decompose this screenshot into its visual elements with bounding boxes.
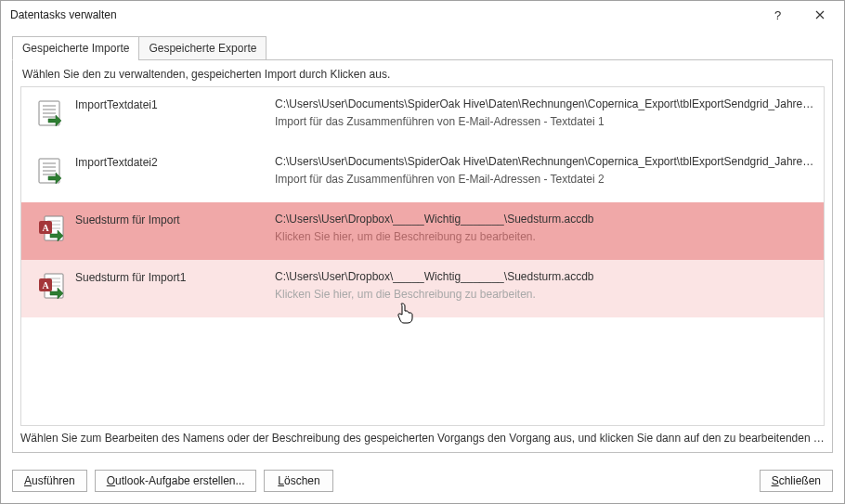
instruction-text: Wählen Sie den zu verwaltenden, gespeich… [22, 68, 825, 81]
item-details: C:\Users\User\Dropbox\_____Wichtig______… [275, 269, 816, 304]
item-path: C:\Users\User\Documents\SpiderOak Hive\D… [275, 154, 816, 170]
item-name: Suedsturm für Import [75, 212, 275, 226]
item-details: C:\Users\User\Documents\SpiderOak Hive\D… [275, 154, 816, 188]
tab-saved-exports[interactable]: Gespeicherte Exporte [138, 36, 266, 60]
list-item[interactable]: A Suedsturm für Import C:\Users\User\Dro… [21, 202, 824, 260]
tab-panel: Wählen Sie den zu verwaltenden, gespeich… [12, 59, 833, 453]
item-path: C:\Users\User\Dropbox\_____Wichtig______… [275, 212, 816, 227]
access-import-icon: A [29, 212, 75, 243]
list-item[interactable]: A Suedsturm für Import1 C:\Users\User\Dr… [21, 260, 824, 317]
list-item[interactable]: ImportTextdatei1 C:\Users\User\Documents… [21, 87, 824, 145]
item-details: C:\Users\User\Documents\SpiderOak Hive\D… [275, 97, 816, 131]
item-desc: Import für das Zusammenführen von E-Mail… [275, 172, 816, 187]
textfile-import-icon [29, 154, 75, 186]
item-path: C:\Users\User\Documents\SpiderOak Hive\D… [275, 97, 816, 112]
svg-text:A: A [42, 280, 49, 291]
close-button[interactable]: Schließen [760, 470, 833, 492]
content-area: Gespeicherte Importe Gespeicherte Export… [1, 29, 844, 462]
close-window-button[interactable] [799, 1, 840, 29]
svg-text:A: A [42, 223, 49, 233]
footnote-text: Wählen Sie zum Bearbeiten des Namens ode… [20, 432, 825, 445]
access-import-icon: A [29, 269, 75, 301]
import-list: ImportTextdatei1 C:\Users\User\Documents… [20, 86, 825, 426]
item-path: C:\Users\User\Dropbox\_____Wichtig______… [275, 269, 816, 285]
item-details: C:\Users\User\Dropbox\_____Wichtig______… [275, 212, 816, 246]
help-button[interactable]: ? [757, 1, 799, 29]
button-bar: Ausführen Outlook-Aufgabe erstellen... L… [1, 462, 844, 503]
item-desc: Klicken Sie hier, um die Beschreibung zu… [275, 287, 816, 303]
tabstrip: Gespeicherte Importe Gespeicherte Export… [12, 36, 833, 60]
window-title: Datentasks verwalten [10, 8, 757, 21]
textfile-import-icon [29, 97, 75, 128]
tab-saved-imports[interactable]: Gespeicherte Importe [12, 36, 139, 60]
item-desc: Import für das Zusammenführen von E-Mail… [275, 114, 816, 130]
dialog-window: Datentasks verwalten ? Gespeicherte Impo… [0, 0, 845, 504]
titlebar: Datentasks verwalten ? [1, 1, 844, 29]
item-desc: Klicken Sie hier, um die Beschreibung zu… [275, 229, 816, 245]
run-button[interactable]: Ausführen [12, 470, 87, 492]
delete-button[interactable]: Löschen [264, 470, 333, 492]
item-name: ImportTextdatei1 [75, 97, 275, 111]
item-name: ImportTextdatei2 [75, 154, 275, 169]
outlook-task-button[interactable]: Outlook-Aufgabe erstellen... [95, 470, 257, 492]
list-item[interactable]: ImportTextdatei2 C:\Users\User\Documents… [21, 145, 824, 202]
item-name: Suedsturm für Import1 [75, 269, 275, 284]
